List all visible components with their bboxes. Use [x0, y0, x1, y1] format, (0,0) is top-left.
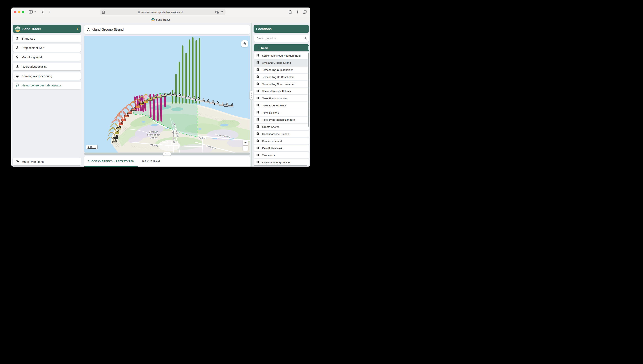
search-icon[interactable] — [303, 36, 307, 40]
location-name: Schiermonnikoog Noorderstrand — [262, 54, 301, 57]
locations-column-header[interactable]: Name — [254, 44, 309, 52]
svg-text:Ballum: Ballum — [199, 137, 206, 140]
user-logout-item[interactable]: Mattijn van Hoek — [13, 158, 81, 166]
location-name: Duinversterking Delfland — [262, 161, 291, 164]
new-tab-icon[interactable] — [296, 10, 299, 14]
zoom-out-button[interactable]: − — [243, 146, 248, 151]
location-row-kennemerstrand[interactable]: Kennemerstrand — [254, 138, 309, 144]
layers-button[interactable] — [241, 40, 248, 47]
app-logo — [15, 26, 21, 32]
collapse-sidebar-icon[interactable] — [76, 27, 79, 30]
location-row-terschelling-de-boschplaat[interactable]: Terschelling De Boschplaat — [254, 74, 309, 80]
map-icon — [256, 54, 260, 58]
minimize-window-button[interactable] — [18, 11, 21, 13]
location-row-texel-kreefte-polder[interactable]: Texel Kreefte Polder — [254, 102, 309, 109]
sidebar-item-label: Recreatiespecialist — [22, 65, 47, 68]
map-scale: 1 km — [86, 145, 98, 149]
map-icon — [256, 82, 260, 86]
page-title: Ameland Groene Strand — [87, 28, 124, 32]
forward-button[interactable] — [49, 10, 51, 14]
person-icon — [16, 36, 19, 40]
browser-toolbar: sandtracer-acceptatie.hkvservices.nl Ax — [11, 8, 310, 16]
svg-text:Golfbaan: Golfbaan — [149, 130, 158, 133]
location-search[interactable] — [254, 34, 309, 42]
location-row-ameland-groene-strand[interactable]: Ameland Groene Strand — [254, 59, 309, 66]
locations-vertical-scrollbar[interactable] — [308, 53, 309, 126]
search-input[interactable] — [256, 36, 303, 40]
location-row-zandmotor[interactable]: Zandmotor — [254, 152, 309, 159]
map[interactable]: Golfbaan d'Amelander Duinen Ballum Verbi… — [84, 36, 250, 152]
sidebar-item-morfoloog-wind[interactable]: Morfoloog wind — [13, 54, 81, 61]
sidebar-item-natuurbeheerder-habitatstatus[interactable]: Natuurbeheerder habitatstatus — [13, 82, 81, 89]
tab-overview-icon[interactable] — [303, 10, 307, 14]
sidebar-toggle-icon[interactable] — [29, 10, 33, 14]
tab-strip: Sand Tracer — [11, 16, 310, 23]
logout-icon — [16, 160, 19, 164]
architecture-icon — [16, 46, 19, 50]
location-row-terschelling-noordsvaarder[interactable]: Terschelling Noordsvaarder — [254, 81, 309, 88]
url-bar[interactable]: sandtracer-acceptatie.hkvservices.nl Ax — [100, 9, 226, 15]
sidebar-item-projectleider-kerf[interactable]: Projectleider Kerf — [13, 44, 81, 52]
location-row-texel-de-hors[interactable]: Texel De Hors — [254, 109, 309, 116]
layers-icon — [243, 42, 247, 46]
location-row-groote-keeten[interactable]: Groote Keeten — [254, 124, 309, 130]
tab-successiereeks-habitattypen[interactable]: SUCCESSIEREEKS HABITATTYPEN — [84, 156, 138, 166]
map-icon — [256, 75, 260, 79]
select-icon — [16, 83, 19, 88]
location-row-katwijk-kustwerk[interactable]: Katwijk Kustwerk — [254, 145, 309, 152]
svg-text:d'Amelander: d'Amelander — [147, 134, 160, 136]
location-name: Terschelling Noordsvaarder — [262, 83, 295, 86]
bottom-tabs-panel: SUCCESSIEREEKS HABITATTYPEN JARKUS RAAI — [84, 156, 250, 166]
location-row-terschelling-cupidopolder[interactable]: Terschelling Cupidopolder — [254, 66, 309, 73]
location-row-texel-prins-hendrikzanddijk[interactable]: Texel Prins Hendrikzanddijk — [254, 116, 309, 123]
park-icon — [16, 64, 19, 69]
location-row-texel-eijerlandse-dam[interactable]: Texel Eijerlandse dam — [254, 95, 309, 102]
location-name: Katwijk Kustwerk — [262, 147, 282, 150]
locations-header: Locations — [254, 25, 309, 33]
sidebar-item-ecoloog-overpoedering[interactable]: Ecoloog overpoedering — [13, 72, 81, 80]
zoom-in-button[interactable]: + — [243, 140, 248, 145]
tab-title[interactable]: Sand Tracer — [156, 18, 170, 21]
sidebar-item-label: Ecoloog overpoedering — [22, 74, 52, 78]
map-panel-resizer-handle[interactable] — [163, 152, 171, 156]
sidebar-header: Sand Tracer — [13, 25, 81, 33]
panel-divider-handle[interactable] — [249, 90, 253, 100]
page-settings-icon[interactable] — [102, 10, 105, 14]
map-canvas: Golfbaan d'Amelander Duinen Ballum Verbi… — [84, 36, 250, 152]
location-name: Texel Eijerlandse dam — [262, 97, 288, 100]
reload-icon[interactable] — [221, 11, 224, 14]
air-icon — [16, 74, 19, 78]
svg-text:Duinen: Duinen — [150, 136, 157, 139]
map-icon — [256, 104, 260, 108]
location-name: Texel Prins Hendrikzanddijk — [262, 118, 295, 121]
tab-jarkus-raai[interactable]: JARKUS RAAI — [138, 156, 164, 166]
translate-icon[interactable]: Ax — [215, 11, 219, 14]
sidebar-chevron-icon[interactable] — [34, 11, 36, 13]
close-window-button[interactable] — [14, 11, 17, 13]
share-icon[interactable] — [288, 10, 292, 14]
map-icon — [256, 125, 260, 129]
map-icon — [256, 89, 260, 93]
location-row-schiermonnikoog-noorderstrand[interactable]: Schiermonnikoog Noorderstrand — [254, 52, 309, 59]
sidebar-title: Sand Tracer — [22, 27, 74, 31]
locations-horizontal-scrollbar[interactable] — [254, 165, 307, 166]
map-icon — [256, 160, 260, 164]
app-content: Sand Tracer StandaardProjectleider KerfM… — [11, 23, 310, 166]
sidebar-item-recreatiespecialist[interactable]: Recreatiespecialist — [13, 63, 81, 70]
sidebar-item-standaard[interactable]: Standaard — [13, 34, 81, 42]
back-button[interactable] — [41, 10, 44, 14]
map-icon — [256, 61, 260, 65]
location-row-hondsbossche-duinen[interactable]: Hondsbossche Duinen — [254, 130, 309, 137]
map-icon — [256, 68, 260, 72]
browser-window: sandtracer-acceptatie.hkvservices.nl Ax … — [11, 8, 310, 166]
sidebar-item-label: Projectleider Kerf — [22, 46, 44, 50]
location-name: Kennemerstrand — [262, 140, 282, 143]
zoom-window-button[interactable] — [22, 11, 24, 13]
location-name: Texel Kreefte Polder — [262, 104, 286, 107]
map-icon — [256, 118, 260, 122]
sidebar-item-label: Standaard — [22, 37, 35, 40]
map-icon — [256, 132, 260, 136]
location-name: Groote Keeten — [262, 126, 280, 128]
svg-text:A: A — [216, 11, 217, 13]
location-row-vlieland-kroon-s-polders[interactable]: Vlieland Kroon's Polders — [254, 88, 309, 94]
